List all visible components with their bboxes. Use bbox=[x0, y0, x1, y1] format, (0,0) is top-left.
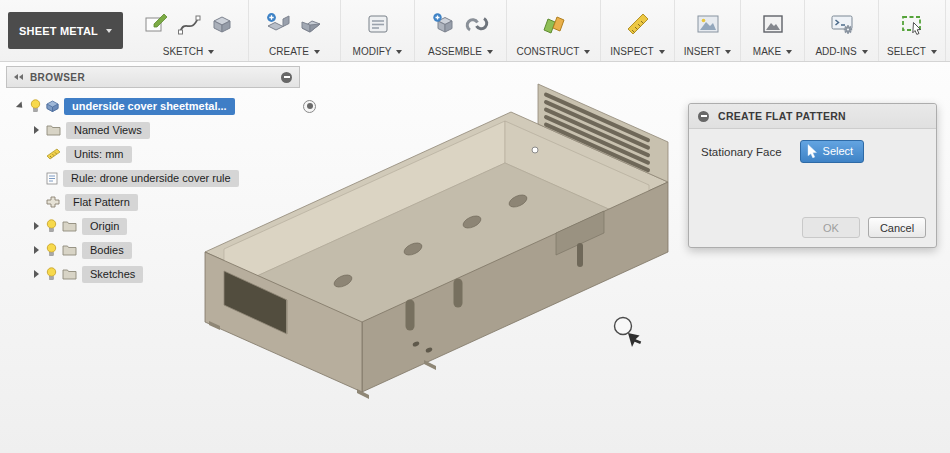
dock-icon[interactable] bbox=[281, 72, 292, 83]
browser-item-named-views[interactable]: Named Views bbox=[6, 118, 318, 142]
toolbar-group-assemble: ASSEMBLE bbox=[415, 0, 507, 61]
browser-item-label[interactable]: underside cover sheetmetal... bbox=[64, 98, 235, 115]
modify-menu[interactable]: MODIFY bbox=[349, 45, 407, 58]
window-select-button[interactable] bbox=[897, 8, 927, 40]
browser-item-rule[interactable]: Rule: drone underside cover rule bbox=[6, 166, 318, 190]
new-component-icon bbox=[431, 11, 457, 37]
toolbar-group-addins: ADD-INS bbox=[805, 0, 879, 61]
insert-menu[interactable]: INSERT bbox=[680, 45, 736, 58]
browser-panel: BROWSER underside cover sheetmetal... Na… bbox=[6, 66, 318, 286]
chevron-down-icon bbox=[862, 50, 868, 54]
spline-button[interactable] bbox=[174, 8, 204, 40]
make-button[interactable] bbox=[758, 8, 788, 40]
browser-item-label[interactable]: Sketches bbox=[82, 266, 143, 283]
inspect-menu-label: INSPECT bbox=[610, 46, 653, 57]
expand-arrow-icon[interactable] bbox=[34, 126, 39, 134]
addins-menu[interactable]: ADD-INS bbox=[811, 45, 871, 58]
construct-menu-label: CONSTRUCT bbox=[517, 46, 580, 57]
modify-button[interactable] bbox=[363, 8, 393, 40]
select-menu[interactable]: SELECT bbox=[883, 45, 941, 58]
3d-print-icon bbox=[760, 11, 786, 37]
browser-item-origin[interactable]: Origin bbox=[6, 214, 318, 238]
create-menu[interactable]: CREATE bbox=[265, 45, 324, 58]
folder-icon bbox=[62, 268, 77, 280]
toolbar-group-inspect: INSPECT bbox=[601, 0, 675, 61]
select-face-button-label: Select bbox=[823, 145, 854, 157]
expand-arrow-icon[interactable] bbox=[34, 222, 39, 230]
browser-item-sketches[interactable]: Sketches bbox=[6, 262, 318, 286]
cursor-arrow-icon bbox=[807, 144, 818, 158]
construction-planes-icon bbox=[541, 11, 567, 37]
browser-item-bodies[interactable]: Bodies bbox=[6, 238, 318, 262]
collapse-panel-icon[interactable] bbox=[14, 74, 23, 80]
spline-icon bbox=[176, 11, 202, 37]
expand-arrow-icon[interactable] bbox=[34, 270, 39, 278]
visibility-bulb-icon[interactable] bbox=[46, 267, 57, 281]
create-sketch-button[interactable] bbox=[141, 8, 171, 40]
construct-menu[interactable]: CONSTRUCT bbox=[513, 45, 595, 58]
sketch-solid-button[interactable] bbox=[207, 8, 237, 40]
browser-item-label[interactable]: Origin bbox=[82, 218, 127, 235]
viewport[interactable]: BROWSER underside cover sheetmetal... Na… bbox=[0, 62, 950, 453]
new-component-button[interactable] bbox=[429, 8, 459, 40]
joint-icon bbox=[464, 11, 490, 37]
dialog-header[interactable]: CREATE FLAT PATTERN bbox=[689, 104, 936, 129]
browser-item-units[interactable]: Units: mm bbox=[6, 142, 318, 166]
visibility-bulb-icon[interactable] bbox=[46, 243, 57, 257]
wedge-icon bbox=[298, 11, 324, 37]
scripts-addins-button[interactable] bbox=[827, 8, 857, 40]
browser-item-label[interactable]: Rule: drone underside cover rule bbox=[63, 170, 239, 187]
create-sketch-icon bbox=[143, 11, 169, 37]
folder-icon bbox=[62, 220, 77, 232]
browser-item-label[interactable]: Flat Pattern bbox=[65, 194, 138, 211]
assemble-menu-label: ASSEMBLE bbox=[428, 46, 482, 57]
browser-item-label[interactable]: Bodies bbox=[82, 242, 132, 259]
sketch-menu[interactable]: SKETCH bbox=[159, 45, 219, 58]
scripts-addins-icon bbox=[829, 11, 855, 37]
assemble-menu[interactable]: ASSEMBLE bbox=[424, 45, 497, 58]
create-menu-label: CREATE bbox=[269, 46, 309, 57]
rule-document-icon bbox=[46, 172, 58, 185]
stationary-face-label: Stationary Face bbox=[701, 146, 782, 158]
ok-button[interactable]: OK bbox=[802, 217, 860, 238]
vertex-marker bbox=[532, 147, 538, 153]
toolbar-group-make: MAKE bbox=[741, 0, 805, 61]
browser-item-flat-pattern[interactable]: Flat Pattern bbox=[6, 190, 318, 214]
measure-ruler-icon bbox=[625, 11, 651, 37]
activate-component-radio[interactable] bbox=[303, 100, 316, 113]
visibility-bulb-icon[interactable] bbox=[46, 219, 57, 233]
flange-button[interactable] bbox=[263, 8, 293, 40]
construct-button[interactable] bbox=[539, 8, 569, 40]
browser-item-label[interactable]: Units: mm bbox=[66, 146, 132, 163]
create-solid-button[interactable] bbox=[296, 8, 326, 40]
measure-button[interactable] bbox=[623, 8, 653, 40]
units-ruler-icon bbox=[46, 148, 61, 160]
inspect-menu[interactable]: INSPECT bbox=[606, 45, 668, 58]
toolbar: SHEET METAL SKETCH bbox=[0, 0, 950, 62]
select-menu-label: SELECT bbox=[887, 46, 926, 57]
make-menu-label: MAKE bbox=[753, 46, 781, 57]
visibility-bulb-icon[interactable] bbox=[30, 99, 41, 113]
joint-button[interactable] bbox=[462, 8, 492, 40]
chevron-down-icon bbox=[659, 50, 665, 54]
dock-icon[interactable] bbox=[698, 111, 709, 122]
workspace-switcher[interactable]: SHEET METAL bbox=[8, 12, 123, 49]
workspace-label: SHEET METAL bbox=[19, 25, 98, 37]
browser-item-label[interactable]: Named Views bbox=[66, 122, 150, 139]
chevron-down-icon bbox=[725, 50, 731, 54]
toolbar-group-construct: CONSTRUCT bbox=[507, 0, 601, 61]
dialog-body: Stationary Face Select bbox=[689, 129, 936, 217]
canvas-button[interactable] bbox=[693, 8, 723, 40]
toolbar-group-sketch: SKETCH bbox=[129, 0, 249, 61]
make-menu[interactable]: MAKE bbox=[749, 45, 796, 58]
browser-item-root-component[interactable]: underside cover sheetmetal... bbox=[6, 94, 318, 118]
expand-arrow-icon[interactable] bbox=[16, 101, 25, 110]
select-face-button[interactable]: Select bbox=[800, 140, 865, 163]
expand-arrow-icon[interactable] bbox=[34, 246, 39, 254]
cancel-button[interactable]: Cancel bbox=[868, 217, 926, 238]
chevron-down-icon bbox=[584, 50, 590, 54]
modify-menu-label: MODIFY bbox=[353, 46, 392, 57]
fusion-app: SHEET METAL SKETCH bbox=[0, 0, 950, 453]
select-cursor bbox=[615, 318, 642, 348]
browser-tree: underside cover sheetmetal... Named View… bbox=[6, 94, 318, 286]
